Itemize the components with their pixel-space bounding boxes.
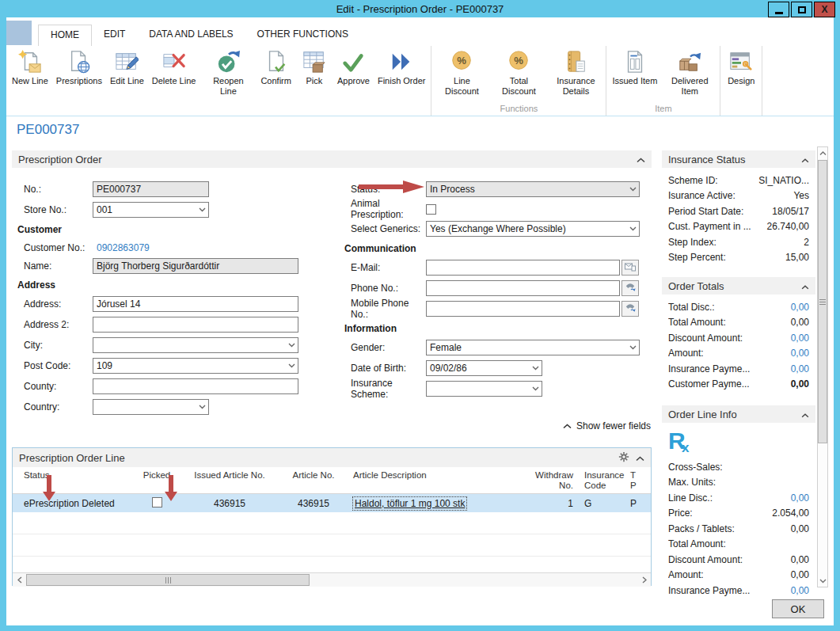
scroll-left-icon[interactable] — [13, 573, 26, 587]
collapse-chevron-icon[interactable] — [801, 409, 809, 420]
name-field[interactable]: Björg Thorberg Sigurðardóttir — [93, 258, 298, 274]
post-code-select[interactable]: 109 — [93, 358, 298, 374]
line-disc-value[interactable]: 0,00 — [791, 492, 809, 504]
insurance-scheme-label: Insurance Scheme: — [344, 378, 426, 400]
store-no-select[interactable]: 001 — [93, 202, 209, 218]
discount-amount-value[interactable]: 0,00 — [791, 333, 809, 344]
total-discount-button[interactable]: % Total Discount — [490, 48, 547, 98]
amount-value[interactable]: 0,00 — [791, 348, 809, 359]
no-field[interactable]: PE000737 — [93, 181, 209, 197]
order-totals-header[interactable]: Order Totals — [662, 277, 815, 295]
address2-input[interactable] — [93, 317, 298, 333]
country-select[interactable] — [93, 399, 209, 415]
tab-home[interactable]: HOME — [38, 25, 92, 46]
email-input[interactable] — [426, 260, 620, 276]
column-header-article-no[interactable]: Article No. — [277, 470, 350, 493]
article-description-link[interactable]: Haldol, töflur 1 mg 100 stk — [355, 498, 465, 509]
ribbon-group-label — [8, 103, 429, 116]
pick-button[interactable]: Pick — [295, 48, 333, 88]
chevron-down-icon — [626, 345, 639, 350]
window-body: HOME EDIT DATA AND LABELS OTHER FUNCTION… — [6, 17, 834, 625]
status-select[interactable]: In Process — [426, 181, 640, 197]
ribbon-group-main: New Line Presriptions Edit Line — [6, 46, 431, 116]
animal-prescription-checkbox[interactable] — [426, 204, 436, 215]
column-header-truncated[interactable]: TP — [629, 470, 651, 493]
ok-button[interactable]: OK — [772, 599, 824, 618]
ribbon-group-functions: % Line Discount % Total Discount — [431, 46, 606, 116]
vertical-scrollbar-thumb[interactable] — [818, 160, 827, 443]
application-menu-button[interactable] — [6, 21, 32, 45]
new-line-button[interactable]: New Line — [8, 48, 52, 88]
ribbon-button-label: Edit Line — [110, 76, 144, 86]
collapse-chevron-icon[interactable] — [801, 280, 809, 292]
minimize-button[interactable] — [768, 2, 789, 17]
maximize-button[interactable] — [791, 2, 812, 17]
chevron-down-icon — [529, 366, 542, 371]
delete-line-button[interactable]: Delete Line — [148, 48, 200, 88]
address-input[interactable]: Jórusel 14 — [93, 296, 298, 312]
insurance-status-header[interactable]: Insurance Status — [662, 150, 815, 168]
order-line-section-header[interactable]: Prescription Order Line — [13, 448, 651, 467]
issued-item-button[interactable]: Issued Item — [608, 48, 661, 88]
scroll-down-icon[interactable] — [818, 575, 827, 587]
collapse-chevron-icon[interactable] — [637, 154, 645, 165]
prescription-order-section-header[interactable]: Prescription Order — [12, 150, 652, 168]
column-header-status[interactable]: Status — [13, 470, 131, 493]
column-header-insurance-code[interactable]: InsuranceCode — [578, 470, 629, 493]
dial-mobile-button[interactable] — [621, 301, 639, 317]
date-of-birth-select[interactable]: 09/02/86 — [426, 360, 542, 376]
customer-no-link[interactable]: 0902863079 — [93, 242, 150, 253]
tab-data-and-labels[interactable]: DATA AND LABELS — [137, 25, 245, 46]
cell-truncated: P — [629, 498, 651, 509]
finish-order-button[interactable]: Finish Order — [374, 48, 430, 88]
select-generics-select[interactable]: Yes (Exchange Where Possible) — [426, 221, 640, 237]
actions-gear-icon[interactable] — [618, 451, 629, 465]
insurance-details-button[interactable]: Insurance Details — [547, 48, 604, 98]
vertical-scrollbar[interactable] — [817, 146, 828, 587]
phone-no-input[interactable] — [426, 280, 620, 296]
insurance-payment-line-value[interactable]: 0,00 — [791, 585, 809, 596]
picked-checkbox[interactable] — [152, 497, 162, 507]
order-line-info-header[interactable]: Order Line Info — [662, 405, 815, 423]
city-select[interactable] — [93, 337, 298, 353]
edit-line-button[interactable]: Edit Line — [106, 48, 148, 88]
total-disc-value[interactable]: 0,00 — [791, 302, 809, 313]
reopen-line-button[interactable]: Reopen Line — [200, 48, 257, 98]
app-window: Edit - Prescription Order - PE000737 X H… — [0, 0, 840, 631]
scroll-up-icon[interactable] — [818, 147, 827, 159]
column-header-issued-article-no[interactable]: Issued Article No. — [182, 470, 277, 493]
annotation-arrow-status — [359, 181, 425, 196]
phone-no-label: Phone No.: — [344, 283, 426, 294]
column-header-withdraw-no[interactable]: WithdrawNo. — [523, 470, 578, 493]
column-header-article-description[interactable]: Article Description — [350, 470, 523, 493]
design-button[interactable]: Design — [722, 48, 760, 88]
insurance-scheme-select[interactable] — [426, 381, 542, 397]
svg-text:%: % — [458, 55, 467, 67]
scroll-right-icon[interactable] — [637, 573, 651, 587]
horizontal-scrollbar[interactable] — [13, 572, 651, 587]
ribbon-group-item: Issued Item Delivered Item Item — [606, 46, 720, 116]
collapse-chevron-icon[interactable] — [801, 154, 809, 165]
approve-button[interactable]: Approve — [333, 48, 374, 88]
gender-select[interactable]: Female — [426, 340, 640, 355]
send-email-button[interactable] — [621, 260, 639, 276]
list-item: Insurance Payme...0,00 — [668, 583, 809, 599]
tab-other-functions[interactable]: OTHER FUNCTIONS — [245, 25, 360, 46]
list-item: Amount:0,00 — [668, 346, 809, 362]
prescriptions-button[interactable]: Presriptions — [52, 48, 106, 88]
county-input[interactable] — [93, 378, 298, 394]
delivered-item-button[interactable]: Delivered Item — [661, 48, 718, 98]
mobile-phone-no-input[interactable] — [426, 301, 620, 317]
close-button[interactable]: X — [814, 2, 835, 17]
line-discount-button[interactable]: % Line Discount — [433, 48, 490, 98]
confirm-button[interactable]: Confirm — [257, 48, 295, 88]
show-fewer-fields-link[interactable]: Show fewer fields — [550, 420, 651, 431]
dial-phone-button[interactable] — [621, 280, 639, 296]
close-icon: X — [821, 4, 827, 15]
collapse-chevron-icon[interactable] — [636, 452, 644, 464]
tab-edit[interactable]: EDIT — [92, 25, 137, 46]
insurance-payment-value[interactable]: 0,00 — [791, 363, 809, 374]
table-row[interactable]: ePrescription Deleted 436915 436915 Hald… — [13, 494, 651, 512]
horizontal-scrollbar-thumb[interactable] — [26, 574, 310, 586]
chevron-down-icon — [196, 405, 208, 409]
